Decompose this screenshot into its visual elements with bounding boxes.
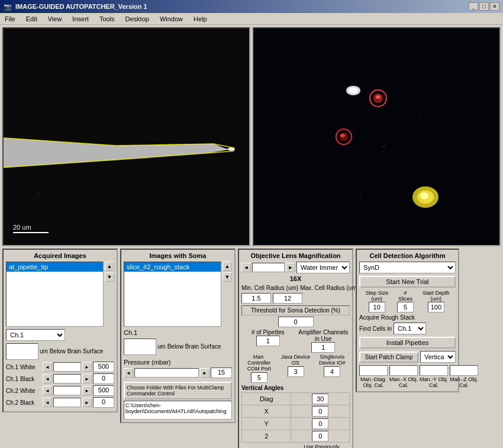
menu-help[interactable]: Help — [191, 15, 209, 23]
z-input[interactable] — [312, 431, 328, 441]
man-diag-input[interactable] — [359, 365, 388, 376]
ch1-black-right[interactable]: ► — [82, 374, 92, 383]
use-prev-section: Use Previously Found Manipulator Calibra… — [304, 444, 350, 448]
acquired-images-item-0[interactable]: at_pipette_tip — [7, 262, 103, 272]
ch1-black-track[interactable] — [53, 374, 81, 383]
start-new-trial-button[interactable]: Start New Trial — [359, 276, 456, 288]
ch1-white-track[interactable] — [53, 362, 81, 372]
title-bar: 📷 IMAGE-GUIDED AUTOPATCHER_Version 1 _ □… — [0, 0, 503, 13]
vertical-angles-title: Vertical Angles — [241, 385, 350, 391]
java-dev-input[interactable] — [288, 366, 304, 377]
acquired-channel-select[interactable]: Ch.1 — [6, 329, 65, 341]
obj-left[interactable]: ◄ — [241, 263, 251, 272]
singleaxis-label: SingleAxis Device IO# — [314, 354, 350, 366]
vertical-a-select[interactable]: Vertical A... — [420, 351, 456, 363]
images-soma-item-0[interactable]: slice_#2_rough_stack — [124, 262, 221, 272]
man-y-input[interactable] — [420, 365, 448, 376]
right-image-canvas — [254, 28, 499, 245]
obj-track[interactable] — [252, 263, 285, 272]
min-radius-input[interactable] — [241, 293, 271, 304]
ch2-white-left[interactable]: ◄ — [43, 386, 52, 395]
menu-edit[interactable]: Edit — [24, 15, 40, 23]
ch2-black-value[interactable]: 0 — [93, 397, 114, 408]
pressure-section: Pressure (mbar) ◄ ► 15 — [124, 359, 232, 378]
start-patch-button[interactable]: Start Patch Clamp — [359, 352, 418, 363]
ch1-white-right[interactable]: ► — [82, 362, 92, 372]
images-soma-listbox[interactable]: slice_#2_rough_stack — [124, 262, 221, 327]
choose-folder-button[interactable]: Choose Folder With Files For MultiClamp … — [124, 382, 232, 399]
soma-below-input[interactable] — [124, 339, 156, 355]
man-z-cal: Man.-Z Obj. Cal. — [450, 365, 478, 389]
acquired-below-input[interactable] — [6, 343, 38, 360]
acquired-images-item-empty[interactable] — [7, 272, 103, 274]
man-y-label: Man.-Y Obj. Cal. — [420, 377, 448, 389]
maximize-button[interactable]: □ — [479, 2, 489, 11]
pressure-value[interactable]: 15 — [211, 368, 232, 378]
device-row: Man. Controller COM Port Java Device OS … — [241, 354, 350, 383]
svg-point-3 — [74, 51, 75, 53]
pressure-track[interactable] — [134, 368, 199, 378]
ch1-white-left[interactable]: ◄ — [43, 362, 52, 372]
minimize-button[interactable]: _ — [469, 2, 478, 11]
ch2-black-track[interactable] — [53, 398, 81, 407]
install-pipettes-button[interactable]: Install Pipettes — [359, 337, 456, 349]
y-label: Y — [242, 417, 291, 430]
svg-point-7 — [62, 117, 63, 118]
soma-scroll-down[interactable]: ▼ — [223, 272, 232, 282]
ch2-black-left[interactable]: ◄ — [43, 398, 52, 407]
threshold-input[interactable] — [278, 317, 314, 327]
menu-view[interactable]: View — [46, 15, 65, 23]
acquired-scroll-up[interactable]: ▲ — [105, 262, 114, 271]
obj-type-select[interactable]: Water Immersion — [296, 262, 350, 273]
svg-point-39 — [420, 192, 428, 199]
main-content: 20 um — [0, 25, 503, 448]
num-slices-input[interactable] — [397, 302, 414, 312]
man-z-input[interactable] — [450, 365, 478, 376]
ch2-white-value[interactable]: 500 — [93, 385, 114, 396]
acquired-scroll-down[interactable]: ▼ — [105, 272, 114, 282]
diag-input[interactable] — [312, 394, 328, 404]
menu-insert[interactable]: Insert — [70, 15, 91, 23]
man-x-input[interactable] — [389, 365, 418, 376]
soma-below-section: um Below Brain Surface — [124, 339, 232, 355]
images-soma-title: Images with Soma — [124, 252, 232, 259]
man-ctrl-input[interactable] — [251, 372, 267, 383]
max-radius-input[interactable] — [273, 293, 302, 304]
y-input[interactable] — [312, 418, 328, 429]
pressure-right[interactable]: ► — [200, 368, 209, 378]
menu-tools[interactable]: Tools — [97, 15, 117, 23]
soma-scroll-up[interactable]: ▲ — [223, 262, 232, 271]
ch1-black-value[interactable]: 0 — [93, 373, 114, 384]
amp-channels-input[interactable] — [311, 342, 335, 353]
num-pipettes-input[interactable] — [256, 336, 280, 346]
start-depth-input[interactable] — [428, 302, 444, 312]
ch1-black-label: Ch.1 Black — [6, 376, 41, 382]
objective-title: Objective Lens Magnification — [241, 252, 350, 259]
algorithm-select[interactable]: SynD — [359, 262, 456, 273]
patch-clamp-row: Start Patch Clamp Vertical A... — [359, 351, 456, 363]
pressure-left[interactable]: ◄ — [124, 368, 133, 378]
close-button[interactable]: ✕ — [490, 2, 499, 11]
ch2-white-track[interactable] — [53, 386, 81, 395]
step-size-input[interactable] — [369, 302, 385, 312]
bottom-row: Acquired Images at_pipette_tip ▲ ▼ Ch.1 — [2, 249, 501, 448]
images-soma-item-empty[interactable] — [124, 272, 221, 274]
threshold-label: Threshold for Soma Detection (%) — [241, 305, 350, 315]
folder-section: Choose Folder With Files For MultiClamp … — [124, 382, 232, 420]
svg-point-33 — [376, 95, 381, 99]
obj-right[interactable]: ► — [286, 263, 295, 272]
ch1-black-left[interactable]: ◄ — [43, 374, 52, 383]
svg-point-10 — [192, 128, 194, 130]
menu-desktop[interactable]: Desktop — [123, 15, 151, 23]
find-cells-channel-select[interactable]: Ch.1 — [394, 323, 426, 334]
man-y-cal: Man.-Y Obj. Cal. — [420, 365, 448, 389]
acquired-images-listbox[interactable]: at_pipette_tip — [6, 262, 104, 327]
menu-file[interactable]: File — [2, 15, 18, 23]
ch1-white-value[interactable]: 500 — [93, 362, 114, 372]
ch2-white-right[interactable]: ► — [82, 386, 92, 395]
menu-window[interactable]: Window — [157, 15, 185, 23]
ch2-black-right[interactable]: ► — [82, 398, 92, 407]
singleaxis-input[interactable] — [324, 366, 340, 377]
x-input[interactable] — [312, 406, 328, 417]
cell-detection-title: Cell Detection Algorithm — [359, 252, 456, 259]
